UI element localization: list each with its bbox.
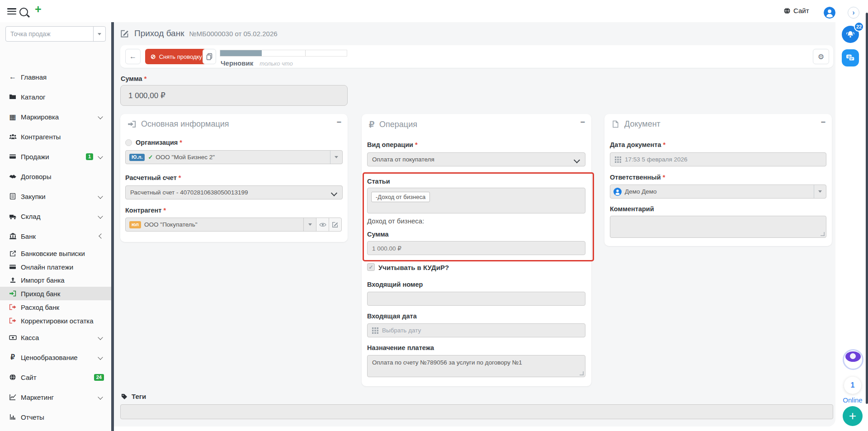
chevron-down-icon [98,114,103,119]
sidebar-item-katalog[interactable]: Каталог [0,90,111,104]
responsible-select[interactable]: Демо Демо [610,185,826,199]
sign-in-icon [8,290,17,297]
sidebar-item-label: Расход банк [21,303,59,311]
resize-handle[interactable] [821,232,825,236]
sales-badge: 1 [86,153,93,160]
incoming-date-input[interactable]: Выбрать дату [367,323,585,337]
toolbar-card: ← ⊘ Снять проводку Черновик только что ⚙ [120,45,833,68]
chevron-down-icon [331,190,337,196]
settings-button[interactable]: ⚙ [813,49,829,64]
page-scrollbar[interactable] [866,13,868,404]
articles-tags-box[interactable]: -Доход от бизнеса [367,188,585,213]
unpost-button[interactable]: ⊘ Снять проводку [145,49,208,64]
sidebar-item-sklad[interactable]: Склад [0,209,111,223]
sidebar-item-dogovory[interactable]: Договоры [0,170,111,183]
sidebar-item-bankovskie-vypiski[interactable]: Банковские выписки [0,246,111,260]
topbar-site-link[interactable]: Сайт [783,7,809,14]
sidebar-item-kassa[interactable]: Касса [0,331,111,344]
back-button[interactable]: ← [125,49,141,64]
assistant-widget-core [850,353,856,359]
sidebar-item-rashod-bank[interactable]: Расход банк [0,300,111,314]
chevron-down-icon [98,194,103,199]
sidebar-item-label: Закупки [21,193,46,200]
contragent-view-button[interactable] [316,218,329,232]
collapse-button[interactable]: − [580,118,585,127]
purpose-textarea[interactable]: Оплата по счету №789056 за услуги по дог… [367,355,585,377]
sidebar-item-cenoobrazovanie[interactable]: ₽ Ценообразование [0,350,111,364]
sidebar-item-bank[interactable]: Банк [0,229,111,243]
contragent-select[interactable]: юл ООО "Покупатель" [125,218,304,232]
sidebar-item-label: Импорт банка [21,276,65,284]
operation-type-select[interactable]: Оплата от покупателя [367,152,585,166]
org-type-badge: Ю.л. [129,154,145,161]
sidebar-item-prodazhi[interactable]: Продажи 1 [0,150,111,163]
online-label: Online [840,396,866,404]
sidebar-item-markirovka[interactable]: ▦ Маркировка [0,110,111,123]
copy-button[interactable] [203,49,216,64]
org-label-row: Организация [125,139,182,146]
tags-input[interactable] [120,404,833,419]
sidebar-item-otchety[interactable]: Отчеты [0,410,111,424]
org-dropdown[interactable] [330,151,342,164]
org-select[interactable]: Ю.л. ✓ ООО "Мой Бизнес 2" [125,150,343,164]
search-icon[interactable] [19,8,28,16]
kudir-checkbox[interactable]: ✓ [367,263,375,271]
sidebar-item-label: Приход банк [21,290,60,298]
account-select[interactable]: Расчетный счет - 40702810638050013199 [125,185,343,199]
article-amount-input[interactable]: 1 000.00 ₽ [367,241,585,255]
sign-out-icon [8,303,17,311]
sidebar-item-label: Контрагенты [21,133,61,141]
chevron-left-icon [99,233,104,238]
status-progress-bar [220,50,347,57]
quick-add-button[interactable]: + [35,3,42,16]
sidebar-item-label: Корректировки остатка [21,317,94,325]
incoming-number-input[interactable] [367,292,585,306]
add-floating-button[interactable]: + [843,406,863,426]
chevron-down-icon [574,157,580,163]
sidebar-item-sait[interactable]: Сайт 24 [0,370,111,384]
sidebar-item-label: Банк [21,232,36,240]
responsible-dropdown[interactable] [814,185,826,198]
page-title-row: Приход банк №МБ0000030 от 05.02.2026 [120,28,278,38]
sidebar-item-zakupki[interactable]: Закупки [0,189,111,203]
user-avatar[interactable] [824,7,835,19]
chat-icon [846,54,855,62]
doc-date-input[interactable]: 17:53 5 февраля 2026 [610,152,826,166]
sidebar-item-marketing[interactable]: Маркетинг [0,390,111,404]
comment-textarea[interactable] [610,216,826,238]
collapse-button[interactable]: − [821,118,826,127]
contragent-type-badge: юл [129,221,141,228]
org-status-icon [125,139,132,146]
contragent-dropdown[interactable] [303,218,316,232]
sidebar-item-onlain-platezhi[interactable]: Онлайн платежи [0,260,111,274]
contragent-edit-button[interactable] [329,218,342,232]
globe-icon [783,7,791,14]
amount-input[interactable]: 1 000,00 ₽ [120,85,348,106]
sidebar-item-glavnaya[interactable]: ← Главная [0,70,111,84]
document-number: №МБ0000030 от 05.02.2026 [189,30,277,38]
ruble-icon: ₽ [8,353,17,361]
hamburger-menu-icon[interactable] [7,8,16,15]
resize-handle[interactable] [580,371,584,375]
sidebar-item-import-banka[interactable]: Импорт банка [0,273,111,287]
sidebar-item-korrektirovki[interactable]: Корректировки остатка [0,314,111,327]
pos-select-dropdown[interactable] [93,27,105,41]
purpose-value: Оплата по счету №789056 за услуги по дог… [372,359,522,366]
incoming-date-placeholder: Выбрать дату [382,327,421,334]
assistant-widget[interactable] [843,349,863,370]
chat-button[interactable] [842,49,859,66]
tag-icon [121,393,128,400]
sidebar-item-label: Отчеты [21,413,44,421]
operation-title: Операция [379,120,417,129]
amount-label: Сумма [121,76,146,82]
operation-type-label: Вид операции [367,142,418,148]
main-content: Приход банк №МБ0000030 от 05.02.2026 ← ⊘… [114,22,835,426]
article-tag-chip[interactable]: -Доход от бизнеса [371,192,430,202]
edit-icon [332,221,339,228]
pos-select[interactable]: Точка продаж [5,26,106,42]
sidebar-item-prihod-bank[interactable]: Приход банк [0,287,111,300]
account-label: Расчетный счет [125,175,181,181]
collapse-button[interactable]: − [336,118,341,127]
expand-panel-button[interactable]: › [848,7,859,19]
sidebar-item-kontragenty[interactable]: Контрагенты [0,130,111,143]
